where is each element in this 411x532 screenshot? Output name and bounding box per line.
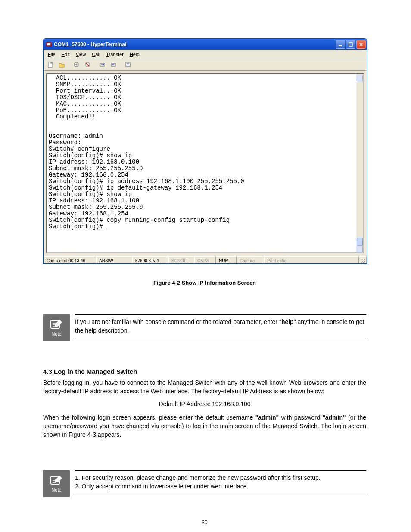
section-heading: 4.3 Log in the Managed Switch (43, 367, 366, 376)
note-label: Note (51, 487, 61, 494)
svg-rect-11 (127, 65, 129, 65)
svg-rect-1 (47, 43, 50, 45)
svg-rect-2 (339, 45, 342, 46)
note-2-line-1: 1. For security reason, please change an… (75, 473, 366, 482)
toolbar (44, 59, 367, 71)
send-icon[interactable] (97, 59, 107, 70)
svg-rect-10 (127, 63, 129, 64)
status-emulation: ANSIW (96, 256, 132, 264)
status-capture: Capture (237, 256, 264, 264)
scroll-thumb[interactable] (357, 238, 363, 246)
menu-file[interactable]: File (45, 51, 58, 58)
properties-icon[interactable] (123, 59, 133, 70)
window-title: COM1_57600 - HyperTerminal (54, 41, 336, 47)
page-number: 30 (43, 519, 366, 526)
disconnect-icon[interactable] (82, 59, 93, 70)
minimize-button[interactable] (336, 40, 345, 49)
login-paragraph-2: When the following login screen appears,… (43, 413, 366, 439)
menu-transfer[interactable]: Transfer (103, 51, 126, 58)
hyperterminal-window: COM1_57600 - HyperTerminal File Edit Vie… (43, 39, 366, 263)
status-settings: 57600 8-N-1 (132, 256, 168, 264)
terminal-output[interactable]: ACL.............OK SNMP............OK Po… (46, 73, 364, 253)
terminal-text: ACL.............OK SNMP............OK Po… (49, 75, 355, 252)
menu-call[interactable]: Call (89, 51, 103, 58)
login-paragraph-1: Before logging in, you have to connect t… (43, 378, 366, 396)
open-icon[interactable] (56, 59, 67, 70)
menu-view[interactable]: View (73, 51, 89, 58)
svg-rect-3 (349, 43, 352, 46)
note-2-line-2: 2. Only accept command in lowercase lett… (75, 482, 366, 491)
receive-icon[interactable] (108, 59, 118, 70)
status-printecho: Print echo (264, 256, 359, 264)
status-scroll: SCROLL (168, 256, 194, 264)
close-button[interactable] (356, 40, 366, 49)
status-connected: Connected 00:13:46 (44, 256, 96, 264)
title-bar[interactable]: COM1_57600 - HyperTerminal (44, 39, 367, 50)
note-icon: Note (43, 470, 70, 497)
client-area: ACL.............OK SNMP............OK Po… (44, 71, 367, 256)
note-icon: Note (43, 314, 70, 341)
menu-help[interactable]: Help (127, 51, 142, 58)
connect-icon[interactable] (71, 59, 81, 70)
default-ip-line: Default IP Address: 192.168.0.100 (43, 400, 366, 408)
app-icon (45, 41, 52, 48)
status-bar: Connected 00:13:46 ANSIW 57600 8-N-1 SCR… (44, 256, 367, 264)
note-label: Note (51, 331, 61, 338)
figure-caption: Figure 4-2 Show IP Information Screen (43, 279, 366, 287)
terminal-scrollbar[interactable] (356, 74, 363, 252)
status-caps: CAPS (194, 256, 216, 264)
menu-bar: File Edit View Call Transfer Help (44, 50, 367, 59)
new-icon[interactable] (45, 59, 56, 70)
resize-grip-icon[interactable] (359, 256, 367, 264)
status-num: NUM (216, 256, 237, 264)
scroll-down-icon[interactable] (357, 245, 363, 252)
maximize-button[interactable] (346, 40, 355, 49)
scroll-up-icon[interactable] (357, 75, 363, 81)
note-1-text: If you are not familiar with console com… (75, 317, 366, 335)
note-block-2: Note 1. For security reason, please chan… (43, 470, 366, 497)
note-block-1: Note If you are not familiar with consol… (43, 314, 366, 341)
menu-edit[interactable]: Edit (59, 51, 72, 58)
